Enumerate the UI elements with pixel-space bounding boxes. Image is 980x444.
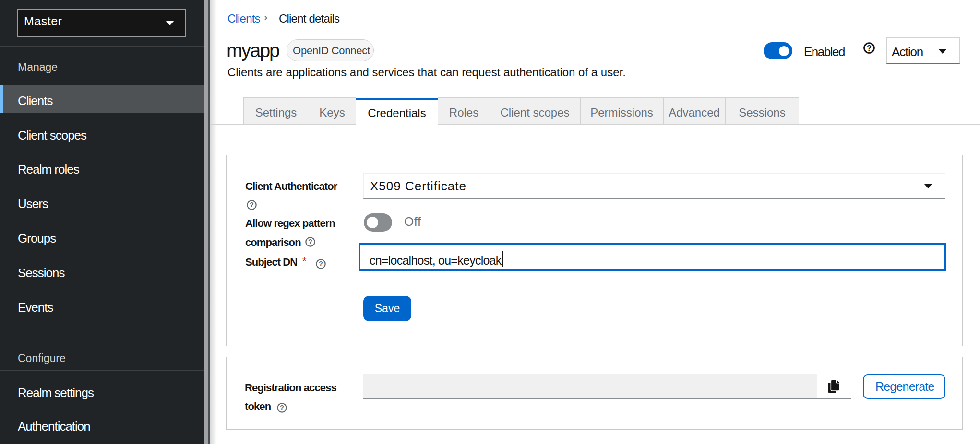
svg-text:?: ? xyxy=(280,404,284,411)
svg-text:?: ? xyxy=(250,201,254,209)
svg-text:?: ? xyxy=(319,260,323,268)
svg-text:?: ? xyxy=(308,238,312,245)
svg-text:?: ? xyxy=(867,44,872,52)
